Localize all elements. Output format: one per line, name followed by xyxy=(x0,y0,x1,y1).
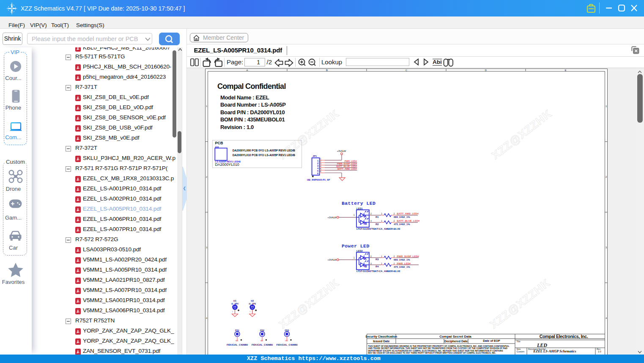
svg-text:4: 4 xyxy=(320,165,321,168)
svg-text:475_0402_1%: 475_0402_1% xyxy=(394,266,410,268)
svg-text:2: 2 xyxy=(320,160,321,162)
svg-text:2: 2 xyxy=(394,220,395,222)
svg-text:Power LED: Power LED xyxy=(342,243,370,249)
svg-text:+3VALW: +3VALW xyxy=(328,258,337,261)
svg-text:LED: LED xyxy=(537,342,547,348)
svg-text:FD3: FD3 xyxy=(285,329,289,332)
svg-text:680_0402_1%: 680_0402_1% xyxy=(394,216,410,218)
svg-text:zzz: zzz xyxy=(215,146,219,148)
svg-text:3: 3 xyxy=(370,220,372,222)
svg-text:PWR_SUSP_LED#: PWR_SUSP_LED# xyxy=(397,255,419,258)
svg-text:Deciphered Date: Deciphered Date xyxy=(444,340,468,343)
svg-text:2: 2 xyxy=(370,256,372,258)
svg-text:475_0402_1%: 475_0402_1% xyxy=(394,223,410,226)
svg-text:1: 1 xyxy=(354,214,355,216)
svg-text:1: 1 xyxy=(606,105,607,107)
svg-text:BATT_AMB_LED#: BATT_AMB_LED# xyxy=(337,168,357,170)
svg-text:Model Name : EZEL: Model Name : EZEL xyxy=(220,94,269,101)
svg-text:A: A xyxy=(364,257,367,261)
svg-text:2: 2 xyxy=(606,176,607,178)
svg-text:Compal Electronics, Inc.: Compal Electronics, Inc. xyxy=(540,334,588,339)
svg-text:LED1: LED1 xyxy=(356,207,363,210)
svg-text:DA2000YL010: DA2000YL010 xyxy=(215,162,239,167)
svg-text:6: 6 xyxy=(317,172,318,175)
svg-text:THIS SHEET OF ENGINEERING DRAW: THIS SHEET OF ENGINEERING DRAWING IS THE… xyxy=(368,345,510,347)
svg-text:1: 1 xyxy=(381,213,382,215)
svg-text:2: 2 xyxy=(394,263,395,265)
svg-text:1: 1 xyxy=(320,158,321,160)
svg-text:C: C xyxy=(406,69,408,72)
svg-text:A: A xyxy=(364,214,367,218)
svg-text:DA2000YL000 PCB 0YO LS-A005P R: DA2000YL000 PCB 0YO LS-A005P REV0 LED/B xyxy=(233,149,295,152)
svg-text:FIDUCIAL_C40M80: FIDUCIAL_C40M80 xyxy=(252,344,273,346)
svg-text:PCB: PCB xyxy=(215,141,224,145)
svg-text:B: B xyxy=(364,222,367,226)
svg-text:1: 1 xyxy=(206,105,208,107)
svg-text:4: 4 xyxy=(606,317,607,319)
svg-text:1: 1 xyxy=(354,257,355,259)
svg-text:E: E xyxy=(565,69,566,72)
svg-text:FD2: FD2 xyxy=(260,329,264,332)
svg-text:5: 5 xyxy=(320,168,321,170)
svg-text:FIDUCIAL_C40M80: FIDUCIAL_C40M80 xyxy=(277,344,298,346)
svg-text:EZEL LS-A005P Schematics: EZEL LS-A005P Schematics xyxy=(533,349,576,353)
svg-text:PWR_LED#: PWR_LED# xyxy=(397,262,411,265)
svg-text:+3VALW: +3VALW xyxy=(328,216,337,219)
svg-text:3: 3 xyxy=(606,246,607,249)
svg-text:1: 1 xyxy=(381,256,382,258)
svg-text:3: 3 xyxy=(370,263,372,265)
svg-text:1: 1 xyxy=(249,311,251,313)
svg-text:H1: H1 xyxy=(233,300,236,302)
svg-text:JP1: JP1 xyxy=(312,155,317,157)
svg-text:B: B xyxy=(326,69,328,72)
svg-text:1: 1 xyxy=(381,220,382,222)
svg-text:Title: Title xyxy=(517,340,521,343)
svg-text:Board Number : LS-A005P: Board Number : LS-A005P xyxy=(220,102,286,108)
svg-text:3: 3 xyxy=(320,163,321,165)
svg-text:H2: H2 xyxy=(251,300,254,302)
svg-text:1.0: 1.0 xyxy=(598,350,601,353)
svg-text:Custom: Custom xyxy=(517,350,525,353)
svg-text:FIDUCIAL_C40M80: FIDUCIAL_C40M80 xyxy=(227,344,248,346)
svg-text:680_0402_1%: 680_0402_1% xyxy=(394,258,410,261)
svg-text:R3: R3 xyxy=(375,258,379,261)
svg-text:R1: R1 xyxy=(375,216,379,218)
svg-text:1: 1 xyxy=(381,263,382,265)
svg-text:LTST-S115KFTBKT-CA_AMBER-BLUE: LTST-S115KFTBKT-CA_AMBER-BLUE xyxy=(356,228,400,230)
svg-text:2: 2 xyxy=(370,213,372,215)
svg-text:Security Classification: Security Classification xyxy=(365,335,397,338)
svg-text:2: 2 xyxy=(206,176,208,178)
svg-text:BOM P/N : 435MEUBOL01: BOM P/N : 435MEUBOL01 xyxy=(220,116,285,123)
svg-text:Board P/N : DA2000YL010: Board P/N : DA2000YL010 xyxy=(220,109,285,116)
svg-text:MAY BE USED BY OR DISCLOSED TO: MAY BE USED BY OR DISCLOSED TO ANY THIRD… xyxy=(368,352,496,354)
svg-text:BATT_AMB_LED#: BATT_AMB_LED# xyxy=(397,212,419,215)
svg-text:3: 3 xyxy=(206,246,208,249)
svg-text:B: B xyxy=(364,264,367,268)
svg-text:DEPARTMENT EXCEPT AS AUTHORIZE: DEPARTMENT EXCEPT AS AUTHORIZED BY COMPA… xyxy=(368,350,504,352)
svg-text:R4: R4 xyxy=(375,265,379,268)
svg-text:Issued Date: Issued Date xyxy=(373,340,389,343)
svg-text:Revision : 1.0: Revision : 1.0 xyxy=(220,124,254,130)
svg-text:AND TRADE SECRET INFORMATION.: AND TRADE SECRET INFORMATION. THIS SHEET… xyxy=(368,347,508,349)
svg-text:Date of EOP: Date of EOP xyxy=(483,339,500,342)
svg-text:D: D xyxy=(485,69,487,72)
svg-text:BATT_BLUE_LED#: BATT_BLUE_LED# xyxy=(397,220,420,222)
svg-text:5: 5 xyxy=(317,170,318,172)
svg-text:DA2000YL010 PCB 0YO LS-A005P R: DA2000YL010 PCB 0YO LS-A005P REV1 LED/B xyxy=(233,154,295,157)
svg-text:Battery LED: Battery LED xyxy=(342,201,375,206)
svg-text:+3VALW: +3VALW xyxy=(337,150,346,152)
svg-text:H_3P4: H_3P4 xyxy=(231,302,238,305)
svg-text:2: 2 xyxy=(394,256,395,258)
svg-text:Compal Confidential: Compal Confidential xyxy=(217,82,286,91)
svg-text:1: 1 xyxy=(232,311,233,313)
svg-text:Compal Secret Data: Compal Secret Data xyxy=(439,335,471,338)
svg-text:2: 2 xyxy=(394,213,395,215)
svg-text:HB_R6P65X5-P1_6P: HB_R6P65X5-P1_6P xyxy=(307,179,330,181)
svg-text:6: 6 xyxy=(320,170,321,173)
svg-text:LTST-S115KFTBKT-CA_AMBER-BLUE: LTST-S115KFTBKT-CA_AMBER-BLUE xyxy=(356,270,400,272)
svg-text:R2: R2 xyxy=(375,223,379,226)
svg-text:4: 4 xyxy=(206,317,208,319)
svg-text:A: A xyxy=(246,69,248,72)
svg-text:H_1P6: H_1P6 xyxy=(249,302,255,305)
svg-text:FD1: FD1 xyxy=(235,329,239,332)
